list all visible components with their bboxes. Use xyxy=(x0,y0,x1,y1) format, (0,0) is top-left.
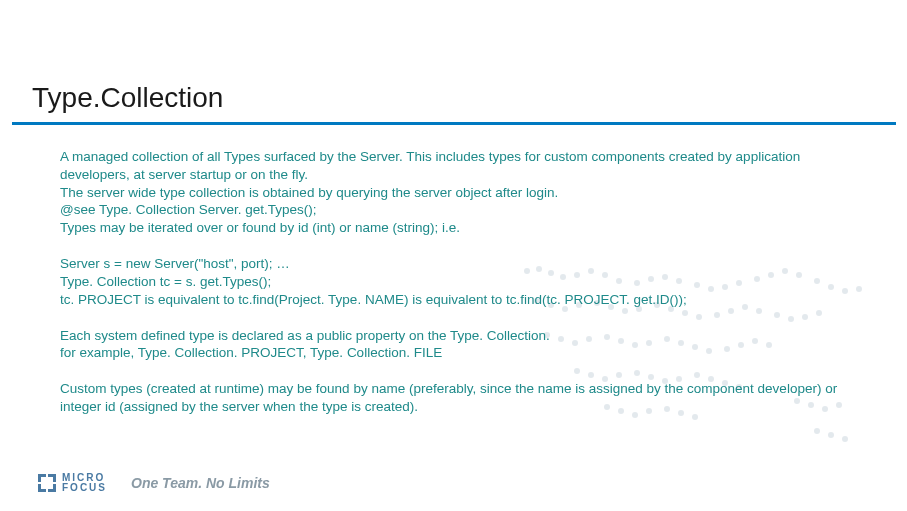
paragraph-2: Server s = new Server("host", port); …Ty… xyxy=(60,255,860,308)
title-underline xyxy=(12,122,896,125)
slide: Type.Collection A managed collection of … xyxy=(0,0,907,511)
footer: MICRO FOCUS One Team. No Limits xyxy=(38,473,270,493)
slide-title: Type.Collection xyxy=(32,82,223,114)
logo-mark-icon xyxy=(38,474,56,492)
slide-content: A managed collection of all Types surfac… xyxy=(60,148,860,434)
paragraph-1: A managed collection of all Types surfac… xyxy=(60,148,860,237)
logo-line-2: FOCUS xyxy=(62,483,107,493)
paragraph-4: Custom types (created at runtime) may be… xyxy=(60,380,860,416)
svg-point-85 xyxy=(842,436,848,442)
tagline: One Team. No Limits xyxy=(131,475,270,491)
micro-focus-logo: MICRO FOCUS xyxy=(38,473,107,493)
paragraph-3: Each system defined type is declared as … xyxy=(60,327,860,363)
logo-text: MICRO FOCUS xyxy=(62,473,107,493)
